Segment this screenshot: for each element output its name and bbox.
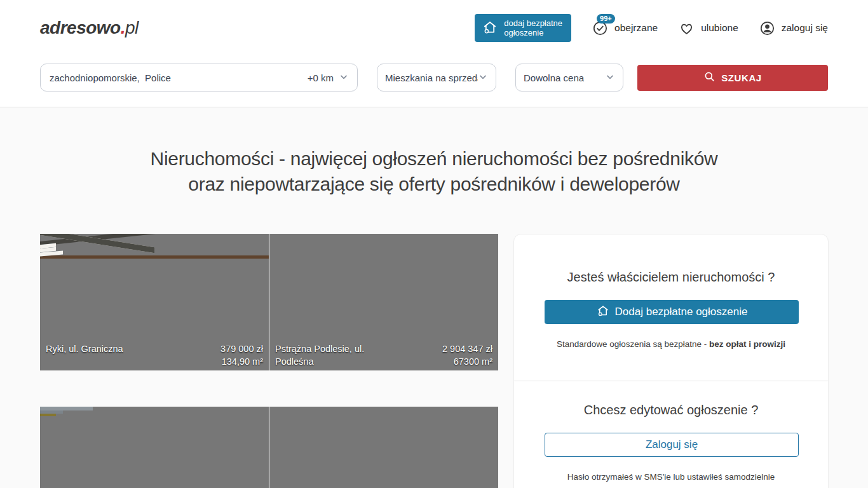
price-select[interactable]: Dowolna cena bbox=[515, 64, 623, 92]
listing-photo bbox=[40, 234, 269, 259]
edit-section: Chcesz edytować ogłoszenie ? Zaloguj się… bbox=[514, 381, 828, 488]
favorites-label: ulubione bbox=[701, 22, 738, 34]
location-input[interactable] bbox=[41, 64, 308, 91]
owner-panel: Jesteś właścicielem nieruchomości ? Doda… bbox=[513, 234, 829, 488]
viewed-menu-item[interactable]: 99+ obejrzane bbox=[592, 20, 658, 37]
category-value: Mieszkania na sprzedaż bbox=[385, 72, 478, 83]
content-row: Ryki, ul. Graniczna 379 000 zł 134,90 m² bbox=[0, 234, 868, 488]
viewed-label: obejrzane bbox=[614, 22, 658, 34]
listing-location: Ryki, ul. Graniczna bbox=[46, 342, 123, 355]
add-listing-sidebar-label: Dodaj bezpłatne ogłoszenie bbox=[615, 306, 748, 318]
edit-note: Hasło otrzymałeś w SMS'ie lub ustawiłeś … bbox=[545, 472, 797, 482]
listing-card[interactable]: Pstrążna Podlesie, ul. Podleśna 2 904 34… bbox=[269, 234, 498, 370]
chevron-down-icon bbox=[339, 72, 349, 84]
house-plus-icon bbox=[596, 304, 610, 321]
search-icon bbox=[703, 71, 715, 85]
location-field: +0 km bbox=[40, 64, 358, 92]
heart-icon bbox=[678, 20, 695, 37]
header-actions: dodaj bezpłatne ogłoszenie 99+ obejrzane… bbox=[475, 14, 828, 42]
add-listing-sidebar-button[interactable]: Dodaj bezpłatne ogłoszenie bbox=[545, 300, 799, 324]
main-area: Nieruchomości - najwięcej ogłoszeń nieru… bbox=[0, 107, 868, 488]
radius-select[interactable]: +0 km bbox=[308, 72, 357, 84]
listing-card[interactable]: Warszawa Białołęka, ul. 725 000 zł bbox=[269, 407, 498, 488]
site-logo[interactable]: adresowo.pl bbox=[40, 18, 139, 38]
search-bar: +0 km Mieszkania na sprzedaż Dowolna cen… bbox=[0, 56, 868, 107]
owner-note: Standardowe ogłoszenia są bezpłatne - be… bbox=[545, 339, 797, 349]
radius-value: +0 km bbox=[308, 72, 334, 83]
favorites-menu-item[interactable]: ulubione bbox=[678, 20, 738, 37]
owner-heading: Jesteś właścicielem nieruchomości ? bbox=[545, 270, 797, 285]
house-plus-icon bbox=[482, 19, 498, 37]
listing-price: 2 904 347 zł 67300 m² bbox=[442, 342, 492, 368]
viewed-count-badge: 99+ bbox=[597, 14, 615, 24]
logo-dot: . bbox=[121, 18, 125, 37]
listings-grid: Ryki, ul. Graniczna 379 000 zł 134,90 m² bbox=[40, 234, 498, 488]
listing-card[interactable]: Kliniska Wielkie, Pogodna 369 000 zł bbox=[40, 407, 269, 488]
category-select[interactable]: Mieszkania na sprzedaż bbox=[377, 64, 496, 92]
login-menu-item[interactable]: zaloguj się bbox=[759, 20, 828, 37]
page-title: Nieruchomości - najwięcej ogłoszeń nieru… bbox=[0, 146, 868, 197]
price-value: Dowolna cena bbox=[524, 72, 584, 83]
listing-area: 134,90 m² bbox=[220, 355, 263, 368]
logo-text-tld: pl bbox=[125, 18, 139, 37]
listing-card[interactable]: Ryki, ul. Graniczna 379 000 zł 134,90 m² bbox=[40, 234, 269, 370]
owner-section: Jesteś właścicielem nieruchomości ? Doda… bbox=[514, 234, 828, 381]
add-listing-header-label: dodaj bezpłatne ogłoszenie bbox=[504, 18, 562, 37]
chevron-down-icon bbox=[478, 72, 488, 84]
add-listing-header-button[interactable]: dodaj bezpłatne ogłoszenie bbox=[475, 14, 571, 42]
edit-heading: Chcesz edytować ogłoszenie ? bbox=[545, 403, 797, 417]
listing-price: 379 000 zł 134,90 m² bbox=[220, 342, 263, 368]
listing-photo bbox=[40, 407, 269, 416]
search-button-label: SZUKAJ bbox=[721, 72, 762, 83]
login-sidebar-button[interactable]: Zaloguj się bbox=[545, 433, 799, 457]
listing-area: 67300 m² bbox=[442, 355, 492, 368]
hero-section: Nieruchomości - najwięcej ogłoszeń nieru… bbox=[0, 107, 868, 197]
logo-text-main: adresowo bbox=[40, 18, 121, 37]
listing-location: Pstrążna Podlesie, ul. Podleśna bbox=[275, 342, 364, 368]
search-button[interactable]: SZUKAJ bbox=[637, 65, 828, 91]
header: adresowo.pl dodaj bezpłatne ogłoszenie 9… bbox=[0, 0, 868, 56]
chevron-down-icon bbox=[605, 72, 615, 84]
login-label: zaloguj się bbox=[782, 22, 828, 34]
user-circle-icon bbox=[759, 20, 776, 37]
